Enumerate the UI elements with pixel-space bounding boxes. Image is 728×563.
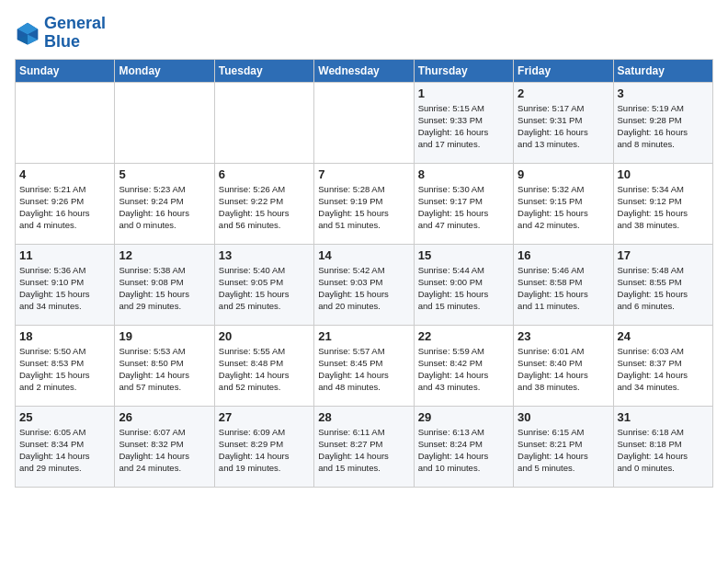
- day-number: 9: [518, 167, 609, 181]
- day-info: Sunrise: 5:34 AM Sunset: 9:12 PM Dayligh…: [618, 183, 709, 232]
- day-number: 30: [518, 410, 609, 424]
- day-number: 5: [119, 167, 210, 181]
- calendar-cell: 8Sunrise: 5:30 AM Sunset: 9:17 PM Daylig…: [414, 163, 513, 244]
- calendar-cell: 12Sunrise: 5:38 AM Sunset: 9:08 PM Dayli…: [115, 244, 214, 325]
- day-info: Sunrise: 6:03 AM Sunset: 8:37 PM Dayligh…: [618, 345, 709, 394]
- day-info: Sunrise: 5:40 AM Sunset: 9:05 PM Dayligh…: [219, 264, 310, 313]
- day-info: Sunrise: 5:50 AM Sunset: 8:53 PM Dayligh…: [19, 345, 110, 394]
- week-row-1: 1Sunrise: 5:15 AM Sunset: 9:33 PM Daylig…: [16, 82, 713, 163]
- day-number: 20: [219, 329, 310, 343]
- calendar-cell: 26Sunrise: 6:07 AM Sunset: 8:32 PM Dayli…: [115, 406, 214, 487]
- header-monday: Monday: [115, 59, 214, 82]
- calendar-cell: 25Sunrise: 6:05 AM Sunset: 8:34 PM Dayli…: [16, 406, 115, 487]
- calendar-cell: 13Sunrise: 5:40 AM Sunset: 9:05 PM Dayli…: [214, 244, 313, 325]
- day-info: Sunrise: 5:46 AM Sunset: 8:58 PM Dayligh…: [518, 264, 609, 313]
- day-number: 14: [318, 248, 409, 262]
- day-number: 7: [318, 167, 409, 181]
- day-number: 28: [318, 410, 409, 424]
- week-row-3: 11Sunrise: 5:36 AM Sunset: 9:10 PM Dayli…: [16, 244, 713, 325]
- calendar-cell: 31Sunrise: 6:18 AM Sunset: 8:18 PM Dayli…: [613, 406, 712, 487]
- day-number: 21: [318, 329, 409, 343]
- day-number: 13: [219, 248, 310, 262]
- calendar-cell: 18Sunrise: 5:50 AM Sunset: 8:53 PM Dayli…: [16, 325, 115, 406]
- day-number: 8: [418, 167, 509, 181]
- day-info: Sunrise: 6:05 AM Sunset: 8:34 PM Dayligh…: [19, 426, 110, 475]
- calendar-cell: [314, 82, 414, 163]
- calendar-cell: 15Sunrise: 5:44 AM Sunset: 9:00 PM Dayli…: [414, 244, 513, 325]
- day-number: 1: [418, 86, 509, 100]
- day-info: Sunrise: 5:17 AM Sunset: 9:31 PM Dayligh…: [518, 102, 609, 151]
- logo-blue: Blue: [44, 32, 80, 51]
- day-info: Sunrise: 5:19 AM Sunset: 9:28 PM Dayligh…: [618, 102, 709, 151]
- day-number: 31: [618, 410, 709, 424]
- calendar-cell: 30Sunrise: 6:15 AM Sunset: 8:21 PM Dayli…: [514, 406, 613, 487]
- day-info: Sunrise: 5:30 AM Sunset: 9:17 PM Dayligh…: [418, 183, 509, 232]
- day-number: 23: [518, 329, 609, 343]
- day-info: Sunrise: 6:01 AM Sunset: 8:40 PM Dayligh…: [518, 345, 609, 394]
- day-number: 19: [119, 329, 210, 343]
- header-saturday: Saturday: [613, 59, 712, 82]
- header: General Blue: [15, 15, 713, 52]
- calendar-cell: 6Sunrise: 5:26 AM Sunset: 9:22 PM Daylig…: [214, 163, 313, 244]
- day-number: 10: [618, 167, 709, 181]
- calendar-cell: [16, 82, 115, 163]
- day-info: Sunrise: 6:18 AM Sunset: 8:18 PM Dayligh…: [618, 426, 709, 475]
- calendar-cell: 5Sunrise: 5:23 AM Sunset: 9:24 PM Daylig…: [115, 163, 214, 244]
- calendar-cell: 21Sunrise: 5:57 AM Sunset: 8:45 PM Dayli…: [314, 325, 414, 406]
- day-info: Sunrise: 6:07 AM Sunset: 8:32 PM Dayligh…: [119, 426, 210, 475]
- weekday-header-row: Sunday Monday Tuesday Wednesday Thursday…: [16, 59, 713, 82]
- calendar-cell: 14Sunrise: 5:42 AM Sunset: 9:03 PM Dayli…: [314, 244, 414, 325]
- day-info: Sunrise: 5:42 AM Sunset: 9:03 PM Dayligh…: [318, 264, 409, 313]
- day-number: 11: [19, 248, 110, 262]
- day-number: 12: [119, 248, 210, 262]
- day-number: 16: [518, 248, 609, 262]
- header-sunday: Sunday: [16, 59, 115, 82]
- day-number: 29: [418, 410, 509, 424]
- week-row-4: 18Sunrise: 5:50 AM Sunset: 8:53 PM Dayli…: [16, 325, 713, 406]
- calendar-cell: 20Sunrise: 5:55 AM Sunset: 8:48 PM Dayli…: [214, 325, 313, 406]
- calendar-cell: 16Sunrise: 5:46 AM Sunset: 8:58 PM Dayli…: [514, 244, 613, 325]
- day-number: 4: [19, 167, 110, 181]
- day-info: Sunrise: 5:36 AM Sunset: 9:10 PM Dayligh…: [19, 264, 110, 313]
- day-number: 6: [219, 167, 310, 181]
- calendar-cell: 17Sunrise: 5:48 AM Sunset: 8:55 PM Dayli…: [613, 244, 712, 325]
- logo: General Blue: [15, 15, 106, 52]
- header-tuesday: Tuesday: [214, 59, 313, 82]
- day-number: 25: [19, 410, 110, 424]
- calendar-cell: [115, 82, 214, 163]
- day-info: Sunrise: 5:44 AM Sunset: 9:00 PM Dayligh…: [418, 264, 509, 313]
- day-info: Sunrise: 6:09 AM Sunset: 8:29 PM Dayligh…: [219, 426, 310, 475]
- logo-icon: [15, 20, 40, 46]
- header-wednesday: Wednesday: [314, 59, 414, 82]
- day-number: 24: [618, 329, 709, 343]
- calendar-cell: 10Sunrise: 5:34 AM Sunset: 9:12 PM Dayli…: [613, 163, 712, 244]
- calendar-cell: 2Sunrise: 5:17 AM Sunset: 9:31 PM Daylig…: [514, 82, 613, 163]
- day-number: 18: [19, 329, 110, 343]
- day-info: Sunrise: 5:38 AM Sunset: 9:08 PM Dayligh…: [119, 264, 210, 313]
- calendar-cell: 23Sunrise: 6:01 AM Sunset: 8:40 PM Dayli…: [514, 325, 613, 406]
- day-number: 22: [418, 329, 509, 343]
- header-thursday: Thursday: [414, 59, 513, 82]
- calendar-cell: 22Sunrise: 5:59 AM Sunset: 8:42 PM Dayli…: [414, 325, 513, 406]
- calendar-cell: 11Sunrise: 5:36 AM Sunset: 9:10 PM Dayli…: [16, 244, 115, 325]
- calendar-cell: 19Sunrise: 5:53 AM Sunset: 8:50 PM Dayli…: [115, 325, 214, 406]
- day-info: Sunrise: 5:59 AM Sunset: 8:42 PM Dayligh…: [418, 345, 509, 394]
- calendar-cell: 24Sunrise: 6:03 AM Sunset: 8:37 PM Dayli…: [613, 325, 712, 406]
- day-info: Sunrise: 5:26 AM Sunset: 9:22 PM Dayligh…: [219, 183, 310, 232]
- calendar-cell: [214, 82, 313, 163]
- day-info: Sunrise: 5:57 AM Sunset: 8:45 PM Dayligh…: [318, 345, 409, 394]
- day-info: Sunrise: 5:28 AM Sunset: 9:19 PM Dayligh…: [318, 183, 409, 232]
- day-info: Sunrise: 5:48 AM Sunset: 8:55 PM Dayligh…: [618, 264, 709, 313]
- day-info: Sunrise: 5:55 AM Sunset: 8:48 PM Dayligh…: [219, 345, 310, 394]
- day-info: Sunrise: 5:23 AM Sunset: 9:24 PM Dayligh…: [119, 183, 210, 232]
- day-number: 17: [618, 248, 709, 262]
- day-number: 3: [618, 86, 709, 100]
- calendar-cell: 9Sunrise: 5:32 AM Sunset: 9:15 PM Daylig…: [514, 163, 613, 244]
- header-friday: Friday: [514, 59, 613, 82]
- calendar-cell: 28Sunrise: 6:11 AM Sunset: 8:27 PM Dayli…: [314, 406, 414, 487]
- day-info: Sunrise: 5:53 AM Sunset: 8:50 PM Dayligh…: [119, 345, 210, 394]
- day-number: 2: [518, 86, 609, 100]
- calendar-cell: 4Sunrise: 5:21 AM Sunset: 9:26 PM Daylig…: [16, 163, 115, 244]
- calendar-cell: 29Sunrise: 6:13 AM Sunset: 8:24 PM Dayli…: [414, 406, 513, 487]
- day-number: 26: [119, 410, 210, 424]
